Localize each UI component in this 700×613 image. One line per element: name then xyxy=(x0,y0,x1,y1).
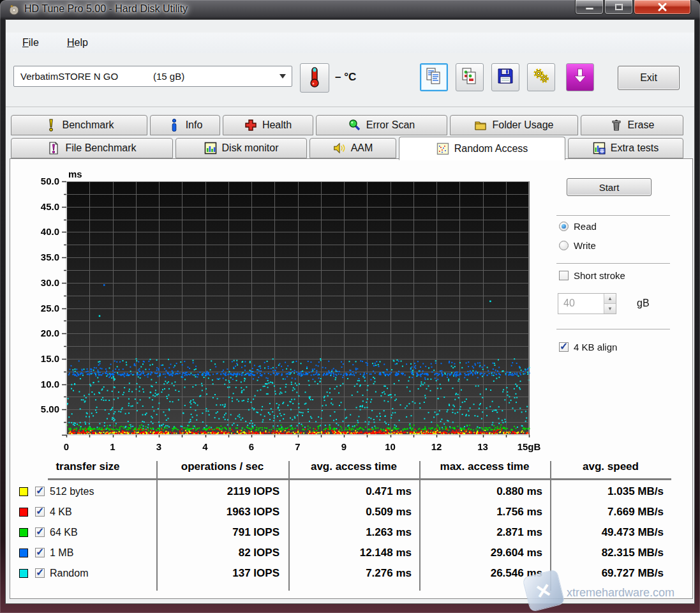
column-header-avg-speed: avg. speed xyxy=(550,460,671,473)
read-label: Read xyxy=(574,221,597,232)
maximize-button[interactable] xyxy=(604,0,633,15)
exit-button[interactable]: Exit xyxy=(618,66,680,90)
tab-random-access[interactable]: Random Access xyxy=(399,137,565,160)
folder-usage-icon xyxy=(474,119,487,132)
tab-row-1: BenchmarkInfoHealthError ScanFolder Usag… xyxy=(11,115,686,137)
minimize-button[interactable] xyxy=(575,0,604,15)
series-checkbox[interactable] xyxy=(35,507,45,517)
read-radio[interactable] xyxy=(559,222,569,231)
options-button[interactable] xyxy=(527,63,555,91)
cell-avg-access: 1.263 ms xyxy=(294,526,412,539)
cell-max-access: 2.871 ms xyxy=(425,526,542,539)
series-color-swatch xyxy=(19,508,28,517)
health-cross-icon xyxy=(244,119,257,132)
spin-up-icon[interactable]: ▲ xyxy=(604,294,616,304)
random-access-chart xyxy=(23,160,559,458)
window-title: HD Tune Pro 5.00 - Hard Disk Utility xyxy=(24,3,188,15)
series-color-swatch xyxy=(19,487,28,496)
tab-disk-monitor[interactable]: Disk monitor xyxy=(175,138,307,158)
extra-tests-icon xyxy=(593,142,606,155)
spin-down-icon[interactable]: ▼ xyxy=(604,304,616,314)
copy-text-button[interactable] xyxy=(420,63,448,91)
stroke-size-spinner[interactable]: 40 ▲ ▼ xyxy=(558,293,616,314)
tab-health[interactable]: Health xyxy=(223,115,313,135)
series-checkbox[interactable] xyxy=(35,568,45,578)
tab-row-2: File BenchmarkDisk monitorAAMRandom Acce… xyxy=(11,138,686,160)
tab-folder-usage[interactable]: Folder Usage xyxy=(450,115,578,135)
tab-file-benchmark[interactable]: File Benchmark xyxy=(11,138,173,158)
table-row-512-bytes: 512 bytes2119 IOPS0.471 ms0.880 ms1.035 … xyxy=(10,482,674,503)
gears-icon xyxy=(532,67,550,87)
tab-aam[interactable]: AAM xyxy=(309,138,396,158)
tab-error-scan[interactable]: Error Scan xyxy=(316,115,447,135)
series-checkbox[interactable] xyxy=(35,487,45,496)
copy-image-icon xyxy=(461,67,478,87)
write-label: Write xyxy=(574,240,596,251)
menu-bar: FileHelp xyxy=(6,33,694,53)
series-color-swatch xyxy=(19,549,28,557)
align-option[interactable]: 4 KB align xyxy=(559,342,617,352)
tab-label: Benchmark xyxy=(63,119,114,131)
temperature-button[interactable] xyxy=(300,63,329,93)
screenshot-root: HD Tune Pro 5.00 - Hard Disk Utility Fil… xyxy=(0,0,700,613)
app-window: HD Tune Pro 5.00 - Hard Disk Utility Fil… xyxy=(0,0,700,613)
write-radio[interactable] xyxy=(559,241,569,250)
series-color-swatch xyxy=(19,569,28,578)
watermark-text: xtremehardware.com xyxy=(567,586,674,600)
tab-info[interactable]: Info xyxy=(150,115,220,135)
tab-label: Health xyxy=(262,119,292,131)
close-button[interactable] xyxy=(634,0,691,15)
stroke-size-value: 40 xyxy=(563,298,575,309)
toolbar-divider xyxy=(6,107,694,108)
align-checkbox[interactable] xyxy=(559,342,569,352)
read-option[interactable]: Read xyxy=(559,221,597,232)
benchmark-exclamation-icon xyxy=(45,119,57,132)
start-button[interactable]: Start xyxy=(567,178,652,196)
short-stroke-label: Short stroke xyxy=(574,270,625,281)
write-option[interactable]: Write xyxy=(559,240,596,251)
tab-label: Folder Usage xyxy=(492,119,553,131)
download-button[interactable] xyxy=(566,63,594,91)
cell-max-access: 0.880 ms xyxy=(425,485,542,498)
title-bar: HD Tune Pro 5.00 - Hard Disk Utility xyxy=(0,0,700,19)
file-benchmark-icon xyxy=(47,142,60,155)
info-icon xyxy=(168,119,181,132)
menu-file[interactable]: File xyxy=(17,36,44,50)
cell-avg-speed: 49.473 MB/s xyxy=(556,526,664,539)
separator xyxy=(556,329,670,330)
random-access-icon xyxy=(436,142,449,155)
short-stroke-option[interactable]: Short stroke xyxy=(559,270,625,281)
series-checkbox[interactable] xyxy=(35,548,45,557)
series-label: Random xyxy=(50,568,88,579)
cell-avg-access: 0.509 ms xyxy=(294,506,412,518)
cell-avg-speed: 7.669 MB/s xyxy=(556,506,664,518)
cell-avg-access: 7.276 ms xyxy=(294,567,412,580)
cell-ops: 137 IOPS xyxy=(163,567,279,580)
copy-image-button[interactable] xyxy=(456,63,484,91)
tab-label: Random Access xyxy=(454,143,528,155)
tab-label: AAM xyxy=(351,142,373,154)
separator xyxy=(556,215,670,216)
short-stroke-checkbox[interactable] xyxy=(559,271,569,280)
save-button[interactable] xyxy=(491,63,519,91)
tab-label: Extra tests xyxy=(611,142,659,154)
exit-label: Exit xyxy=(640,72,657,84)
series-checkbox[interactable] xyxy=(35,527,45,537)
cell-max-access: 29.604 ms xyxy=(425,547,542,559)
thermometer-icon xyxy=(306,66,323,90)
cell-ops: 82 IOPS xyxy=(163,547,279,559)
menu-help[interactable]: Help xyxy=(62,36,93,50)
tab-erase[interactable]: Erase xyxy=(581,115,683,135)
window-controls xyxy=(575,0,692,15)
tab-label: Erase xyxy=(628,119,655,131)
tab-extra-tests[interactable]: Extra tests xyxy=(568,138,683,158)
series-color-swatch xyxy=(19,528,28,537)
cell-ops: 2119 IOPS xyxy=(163,485,279,498)
tab-benchmark[interactable]: Benchmark xyxy=(11,115,147,135)
aam-speaker-icon xyxy=(333,142,346,155)
column-header-transfer-size: transfer size xyxy=(19,460,156,473)
header-underline xyxy=(48,478,671,480)
drive-select[interactable]: VerbatimSTORE N GO (15 gB) xyxy=(13,66,292,87)
align-label: 4 KB align xyxy=(574,342,617,352)
separator xyxy=(556,263,670,264)
